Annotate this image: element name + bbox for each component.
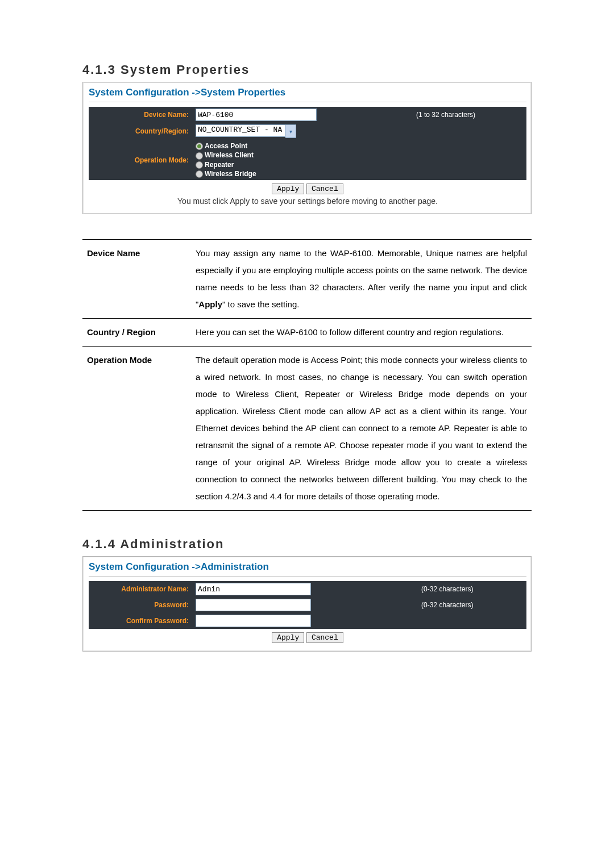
desc-key-device-name: Device Name xyxy=(82,240,191,319)
desc-key-operation-mode: Operation Mode xyxy=(82,347,191,511)
radio-label: Wireless Bridge xyxy=(205,170,256,178)
radio-label: Wireless Client xyxy=(205,151,254,159)
confirm-password-input[interactable] xyxy=(196,615,311,627)
apply-note: You must click Apply to save your settin… xyxy=(89,194,526,206)
desc-val-operation-mode: The default operation mode is Access Poi… xyxy=(191,347,532,511)
device-name-label: Device Name: xyxy=(89,107,192,123)
divider xyxy=(89,102,526,102)
administrator-name-input[interactable] xyxy=(196,583,311,595)
desc-key-country-region: Country / Region xyxy=(82,319,191,347)
apply-button[interactable]: Apply xyxy=(272,183,304,194)
heading-system-properties: 4.1.3 System Properties xyxy=(82,62,532,77)
screenshot-system-properties: System Configuration ->System Properties… xyxy=(82,82,532,214)
radio-label: Repeater xyxy=(205,161,234,169)
chevron-down-icon[interactable]: ▾ xyxy=(285,124,296,138)
radio-wireless-client[interactable] xyxy=(196,152,203,160)
country-region-select[interactable]: NO_COUNTRY_SET - NA xyxy=(196,124,285,137)
radio-repeater[interactable] xyxy=(196,161,203,169)
apply-button[interactable]: Apply xyxy=(272,632,304,643)
device-name-input[interactable] xyxy=(196,108,317,121)
heading-administration: 4.1.4 Administration xyxy=(82,537,532,552)
password-label: Password: xyxy=(89,597,192,613)
cancel-button[interactable]: Cancel xyxy=(306,183,343,194)
radio-label: Access Point xyxy=(205,142,247,150)
desc-val-country-region: Here you can set the WAP-6100 to follow … xyxy=(191,319,532,347)
administrator-name-hint: (0-32 characters) xyxy=(418,581,526,597)
description-table: Device Name You may assign any name to t… xyxy=(82,239,532,511)
divider xyxy=(89,576,526,577)
administrator-name-label: Administrator Name: xyxy=(89,581,192,597)
radio-wireless-bridge[interactable] xyxy=(196,170,203,178)
shot-title: System Configuration ->System Properties xyxy=(89,86,526,102)
operation-mode-label: Operation Mode: xyxy=(89,140,192,180)
admin-form-table: Administrator Name: (0-32 characters) Pa… xyxy=(89,581,526,629)
config-form-table: Device Name: (1 to 32 characters) Countr… xyxy=(89,107,526,180)
cancel-button[interactable]: Cancel xyxy=(306,632,343,643)
confirm-password-label: Confirm Password: xyxy=(89,613,192,629)
password-input[interactable] xyxy=(196,599,311,611)
password-hint: (0-32 characters) xyxy=(418,597,526,613)
screenshot-administration: System Configuration ->Administration Ad… xyxy=(82,556,532,652)
device-name-hint: (1 to 32 characters) xyxy=(413,107,526,123)
shot-title: System Configuration ->Administration xyxy=(89,560,526,576)
country-region-label: Country/Region: xyxy=(89,123,192,140)
radio-access-point[interactable] xyxy=(196,143,203,150)
desc-val-device-name: You may assign any name to the WAP-6100.… xyxy=(191,240,532,319)
